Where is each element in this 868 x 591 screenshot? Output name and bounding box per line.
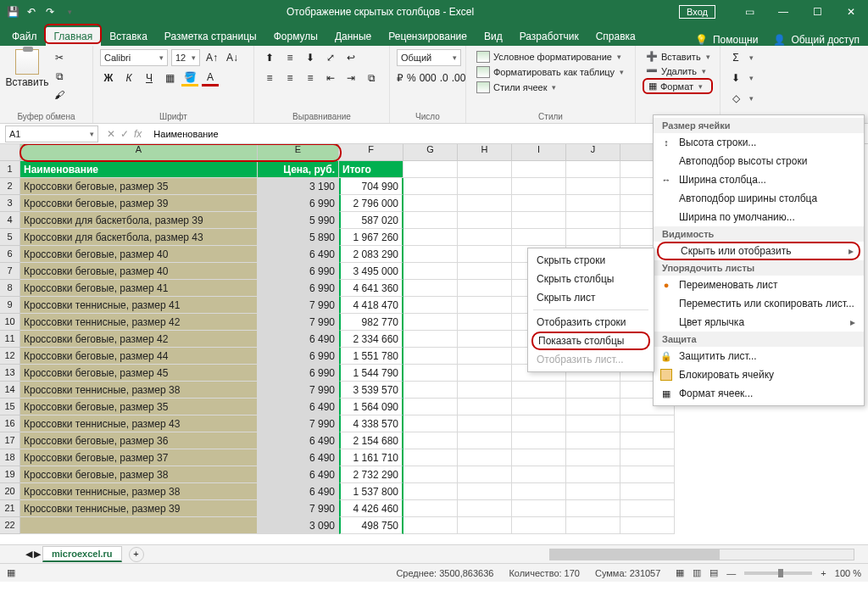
fx-enter-icon[interactable]: ✓ <box>120 128 129 140</box>
cell-total[interactable]: 498 750 <box>339 517 403 534</box>
sheet-tab-active[interactable]: microexcel.ru <box>42 546 122 562</box>
sub-unhide-rows[interactable]: Отобразить строки <box>528 313 654 332</box>
close-icon[interactable]: ✕ <box>834 6 868 18</box>
col-header-i[interactable]: I <box>512 144 566 161</box>
insert-cells-button[interactable]: ➕Вставить▾ <box>643 49 713 64</box>
cell-price[interactable]: 6 490 <box>258 432 339 449</box>
cell-price[interactable]: 7 990 <box>258 314 339 331</box>
cell-price[interactable]: 6 490 <box>258 483 339 500</box>
cell-name[interactable]: Кроссовки беговые, размер 35 <box>20 399 258 415</box>
cell-total[interactable]: 2 732 290 <box>339 466 403 483</box>
wrap-icon[interactable]: ↩ <box>342 49 359 66</box>
minimize-icon[interactable]: — <box>766 6 800 18</box>
font-size-select[interactable]: 12▾ <box>171 49 200 66</box>
cell-price[interactable]: 6 990 <box>258 365 339 382</box>
sheet-nav-prev-icon[interactable]: ◀ <box>25 549 32 560</box>
cell-total[interactable]: 1 967 260 <box>339 229 403 246</box>
cell-total[interactable]: 3 539 570 <box>339 382 403 399</box>
tab-review[interactable]: Рецензирование <box>380 27 476 46</box>
cell-name[interactable]: Кроссовки беговые, размер 45 <box>20 365 258 382</box>
cell-total[interactable]: 2 796 000 <box>339 195 403 212</box>
fmt-autofit-col[interactable]: Автоподбор ширины столбца <box>654 189 864 208</box>
cell-total[interactable]: 2 154 680 <box>339 432 403 449</box>
font-shrink-icon[interactable]: A↓ <box>224 49 241 66</box>
cell-total[interactable]: 1 564 090 <box>339 399 403 415</box>
cell-price[interactable]: 6 490 <box>258 399 339 415</box>
format-cells-button[interactable]: ▦Формат▾ <box>643 78 713 94</box>
cell-price[interactable]: 6 490 <box>258 449 339 466</box>
cell-name[interactable]: Кроссовки беговые, размер 36 <box>20 432 258 449</box>
maximize-icon[interactable]: ☐ <box>800 6 834 18</box>
cut-icon[interactable]: ✂ <box>51 49 68 66</box>
comma-icon[interactable]: 000 <box>420 70 437 86</box>
add-sheet-button[interactable]: + <box>129 547 144 562</box>
italic-button[interactable]: К <box>120 70 137 86</box>
zoom-out-icon[interactable]: — <box>726 568 736 578</box>
number-format-select[interactable]: Общий▾ <box>397 49 461 66</box>
tab-data[interactable]: Данные <box>326 27 380 46</box>
cell-header-name[interactable]: Наименование <box>20 161 258 178</box>
cell-name[interactable]: Кроссовки теннисные, размер 38 <box>20 483 258 500</box>
cell-price[interactable]: 5 990 <box>258 212 339 229</box>
row-header[interactable]: 13 <box>0 365 20 382</box>
tab-view[interactable]: Вид <box>476 27 511 46</box>
cell-name[interactable] <box>20 517 258 534</box>
fmt-lock-cell[interactable]: Блокировать ячейку <box>654 365 864 384</box>
dec-dec-icon[interactable]: .00 <box>452 70 466 86</box>
tab-dev[interactable]: Разработчик <box>511 27 587 46</box>
format-table-button[interactable]: Форматировать как таблицу▾ <box>473 64 628 80</box>
sub-hide-cols[interactable]: Скрыть столбцы <box>528 270 654 288</box>
cell-header-price[interactable]: Цена, руб. <box>258 161 339 178</box>
select-all-corner[interactable] <box>0 144 20 161</box>
col-header-g[interactable]: G <box>403 144 458 161</box>
view-pagebreak-icon[interactable]: ▤ <box>709 567 718 578</box>
fmt-format-cells[interactable]: ▦Формат ячеек... <box>654 384 864 403</box>
zoom-value[interactable]: 100 % <box>835 568 861 578</box>
tab-formulas[interactable]: Формулы <box>265 27 326 46</box>
align-left-icon[interactable]: ≡ <box>261 70 278 86</box>
sheet-nav-next-icon[interactable]: ▶ <box>34 549 41 560</box>
qat-more-icon[interactable]: ▾ <box>61 4 76 20</box>
row-header[interactable]: 16 <box>0 415 20 432</box>
row-header[interactable]: 18 <box>0 449 20 466</box>
font-color-icon[interactable]: A <box>202 70 219 86</box>
cell-price[interactable]: 6 990 <box>258 263 339 280</box>
share-label[interactable]: Общий доступ <box>791 34 860 46</box>
autosum-icon[interactable]: Σ <box>727 49 744 66</box>
cell-total[interactable]: 1 537 800 <box>339 483 403 500</box>
row-header[interactable]: 22 <box>0 517 20 534</box>
cell-total[interactable]: 4 338 570 <box>339 415 403 432</box>
col-header-h[interactable]: H <box>458 144 512 161</box>
tellme-icon[interactable]: 💡 <box>695 34 708 46</box>
cell-price[interactable]: 6 490 <box>258 331 339 348</box>
row-header[interactable]: 9 <box>0 297 20 314</box>
cell-name[interactable]: Кроссовки теннисные, размер 42 <box>20 314 258 331</box>
cell-price[interactable]: 7 990 <box>258 382 339 399</box>
fx-cancel-icon[interactable]: ✕ <box>107 128 115 140</box>
copy-icon[interactable]: ⧉ <box>51 68 68 85</box>
sub-unhide-cols[interactable]: Показать столбцы <box>531 332 650 350</box>
fmt-autofit-row[interactable]: Автоподбор высоты строки <box>654 152 864 170</box>
paste-button[interactable]: Вставить <box>7 49 47 103</box>
fmt-hide-unhide[interactable]: Скрыть или отобразить▸ <box>657 242 860 260</box>
align-bot-icon[interactable]: ⬇ <box>302 49 319 66</box>
save-icon[interactable]: 💾 <box>5 4 20 20</box>
font-name-select[interactable]: Calibri▾ <box>100 49 168 66</box>
cell-price[interactable]: 6 490 <box>258 246 339 263</box>
fx-icon[interactable]: fx <box>134 128 142 140</box>
col-header-a[interactable]: A <box>20 144 258 161</box>
cell-total[interactable]: 587 020 <box>339 212 403 229</box>
row-header[interactable]: 4 <box>0 212 20 229</box>
cell-price[interactable]: 3 190 <box>258 178 339 195</box>
cell-name[interactable]: Кроссовки беговые, размер 38 <box>20 466 258 483</box>
align-top-icon[interactable]: ⬆ <box>261 49 278 66</box>
row-header[interactable]: 8 <box>0 280 20 297</box>
cell-name[interactable]: Кроссовки беговые, размер 44 <box>20 348 258 365</box>
tab-help[interactable]: Справка <box>587 27 644 46</box>
view-normal-icon[interactable]: ▦ <box>676 567 684 578</box>
tab-home[interactable]: Главная <box>46 27 102 46</box>
cell-name[interactable]: Кроссовки беговые, размер 41 <box>20 280 258 297</box>
row-header[interactable]: 14 <box>0 382 20 399</box>
cell-total[interactable]: 2 083 290 <box>339 246 403 263</box>
cell-header-total[interactable]: Итого <box>339 161 403 178</box>
